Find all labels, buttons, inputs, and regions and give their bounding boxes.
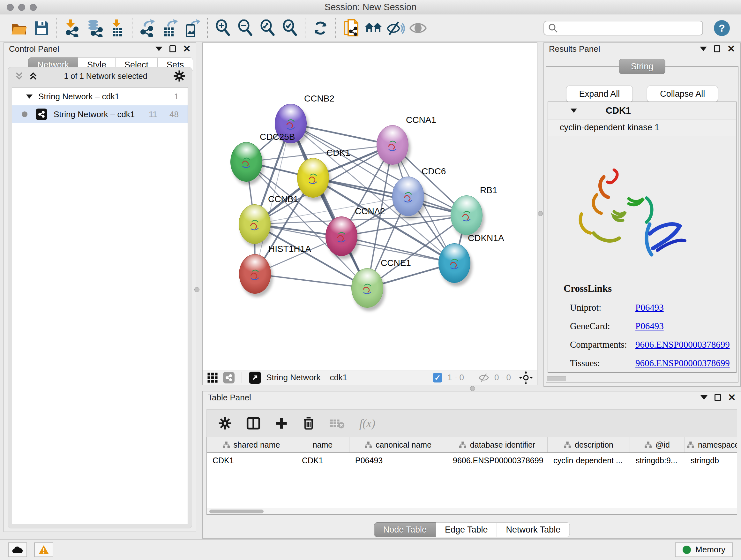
export-image-button[interactable] <box>183 18 201 38</box>
eye-slash-icon <box>387 20 405 36</box>
panel-float-icon[interactable] <box>715 394 721 401</box>
tab-string[interactable]: String <box>619 59 665 74</box>
table-cell[interactable]: P06493 <box>349 453 447 468</box>
gene-card-header[interactable]: CDK1 <box>548 102 736 119</box>
save-session-button[interactable] <box>32 18 51 38</box>
string-glasses-button[interactable] <box>387 18 405 38</box>
network-node-HIST1H1A[interactable] <box>239 254 271 294</box>
table-horizontal-scrollbar[interactable] <box>207 508 737 514</box>
network-view[interactable]: CCNB2CCNA1CDC25BCDK1CDC6RB1CCNB1CCNA2CDK… <box>202 43 537 385</box>
column-header-namespace[interactable]: namespace <box>685 437 737 452</box>
expand-all-icon[interactable] <box>28 71 38 81</box>
import-network-database-button[interactable] <box>85 18 104 38</box>
crosslink-link[interactable]: P06493 <box>635 321 664 331</box>
crosslink-label: Uniprot: <box>563 302 635 313</box>
network-row[interactable]: String Network – cdk1 11 48 <box>12 105 188 123</box>
network-edge-RB1-CCNB1[interactable] <box>255 215 467 224</box>
show-columns-icon[interactable] <box>246 416 260 430</box>
table-cell[interactable]: CDK1 <box>207 453 296 468</box>
network-collection-row[interactable]: String Network – cdk1 1 <box>12 87 188 105</box>
column-header-canonical-name[interactable]: canonical name <box>349 437 447 452</box>
results-scrollbar[interactable] <box>547 376 566 381</box>
crosslink-link[interactable]: P06493 <box>635 302 664 313</box>
collection-expand-icon[interactable] <box>26 95 32 99</box>
table-cell[interactable]: cyclin-dependent ... <box>548 453 630 468</box>
bottom-splitter-handle[interactable] <box>470 386 475 391</box>
column-header-shared-name[interactable]: shared name <box>207 437 296 452</box>
network-node-CDC25B[interactable] <box>230 142 262 182</box>
string-home-button[interactable] <box>364 18 383 38</box>
panel-float-icon[interactable] <box>170 45 176 52</box>
open-session-button[interactable] <box>10 18 28 38</box>
expand-all-button[interactable]: Expand All <box>566 85 633 102</box>
search-input[interactable] <box>558 23 698 33</box>
title-bar[interactable]: Session: New Session <box>0 0 741 14</box>
zoom-fit-button[interactable] <box>258 18 277 38</box>
node-table: shared namenamecanonical namedatabase id… <box>206 437 737 515</box>
export-table-button[interactable] <box>160 18 179 38</box>
panel-close-icon[interactable]: ✕ <box>727 44 735 54</box>
column-header-database-identifier[interactable]: database identifier <box>447 437 548 452</box>
grid-icon[interactable] <box>207 372 218 383</box>
network-badge-icon[interactable] <box>223 372 234 383</box>
network-edge-HIST1H1A-CCNE1[interactable] <box>255 274 367 288</box>
table-gear-icon[interactable] <box>218 417 232 430</box>
minimize-window-button[interactable] <box>18 4 25 11</box>
help-button[interactable]: ? <box>714 20 730 36</box>
network-node-CDK1[interactable] <box>297 158 329 198</box>
gear-icon[interactable] <box>173 70 185 82</box>
table-cell[interactable]: CDK1 <box>296 453 349 468</box>
import-network-file-button[interactable] <box>63 18 81 38</box>
delete-column-icon[interactable] <box>302 417 315 430</box>
selected-checkbox-icon[interactable]: ✓ <box>433 373 442 382</box>
table-cell[interactable]: stringdb <box>685 453 737 468</box>
warning-status-button[interactable] <box>34 543 53 557</box>
network-node-CDC6[interactable] <box>392 177 424 216</box>
close-window-button[interactable] <box>7 4 14 11</box>
network-node-CDKN1A[interactable] <box>439 243 470 283</box>
string-copy-network-button[interactable] <box>342 18 360 38</box>
string-highlight-button[interactable] <box>409 18 427 38</box>
crosslink-link[interactable]: 9606.ENSP00000378699 <box>635 358 730 368</box>
tab-edge-table[interactable]: Edge Table <box>436 522 497 537</box>
right-splitter-handle[interactable] <box>538 211 543 216</box>
panel-menu-icon[interactable] <box>700 395 708 400</box>
tab-node-table[interactable]: Node Table <box>374 522 436 537</box>
add-column-icon[interactable] <box>275 417 288 430</box>
zoom-in-button[interactable] <box>213 18 232 38</box>
network-node-RB1[interactable] <box>451 195 482 235</box>
panel-close-icon[interactable]: ✕ <box>728 393 736 402</box>
network-node-CCNE1[interactable] <box>351 268 383 308</box>
column-header-description[interactable]: description <box>548 437 630 452</box>
column-header-name[interactable]: name <box>296 437 349 452</box>
panel-float-icon[interactable] <box>714 45 720 52</box>
hidden-eye-icon[interactable] <box>478 373 489 382</box>
left-splitter-handle[interactable] <box>194 287 199 292</box>
zoom-window-button[interactable] <box>30 4 37 11</box>
zoom-out-button[interactable] <box>236 18 254 38</box>
gene-collapse-icon[interactable] <box>570 109 577 113</box>
export-network-button[interactable] <box>138 18 157 38</box>
scrollbar-thumb[interactable] <box>209 509 264 513</box>
table-row[interactable]: CDK1CDK1P064939606.ENSP00000378699cyclin… <box>207 453 737 468</box>
collapse-all-icon[interactable] <box>14 71 24 81</box>
open-in-window-icon[interactable] <box>249 372 261 384</box>
cloud-status-button[interactable] <box>8 543 27 557</box>
network-node-CCNB1[interactable] <box>239 204 271 244</box>
panel-menu-icon[interactable] <box>155 47 162 51</box>
column-header-id[interactable]: @id <box>630 437 685 452</box>
tab-network-table[interactable]: Network Table <box>497 522 570 537</box>
table-cell[interactable]: stringdb:9... <box>630 453 685 468</box>
birds-eye-icon[interactable] <box>519 371 533 384</box>
network-node-CCNA1[interactable] <box>377 125 408 165</box>
network-node-CCNA2[interactable] <box>326 216 357 256</box>
apply-layout-button[interactable] <box>311 18 330 38</box>
import-table-button[interactable] <box>108 18 126 38</box>
collapse-all-button[interactable]: Collapse All <box>647 85 718 102</box>
zoom-selected-button[interactable] <box>280 18 299 38</box>
panel-close-icon[interactable]: ✕ <box>183 44 191 54</box>
panel-menu-icon[interactable] <box>700 47 707 51</box>
memory-button[interactable]: Memory <box>675 543 733 557</box>
table-cell[interactable]: 9606.ENSP00000378699 <box>447 453 548 468</box>
crosslink-link[interactable]: 9606.ENSP00000378699 <box>635 339 730 350</box>
